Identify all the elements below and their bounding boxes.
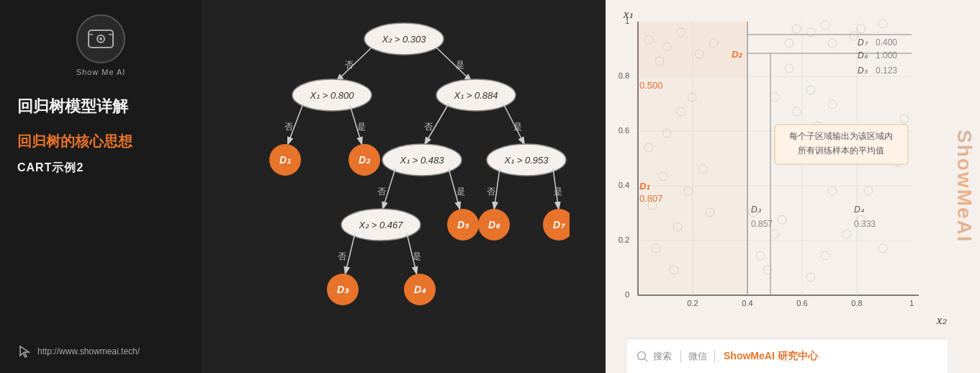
svg-text:每个子区域输出为该区域内: 每个子区域输出为该区域内 <box>789 131 893 141</box>
svg-point-125 <box>857 24 866 33</box>
svg-point-115 <box>785 64 794 73</box>
svg-text:0.333: 0.333 <box>854 219 876 229</box>
svg-line-8 <box>336 48 372 82</box>
svg-text:0.2: 0.2 <box>687 299 698 307</box>
svg-text:D₅: D₅ <box>457 219 469 230</box>
svg-text:是: 是 <box>554 186 562 197</box>
svg-point-113 <box>770 93 779 102</box>
svg-text:1: 1 <box>909 299 914 307</box>
svg-point-109 <box>806 273 815 282</box>
watermark: ShowMeAI <box>948 0 980 373</box>
svg-text:0.123: 0.123 <box>876 66 897 76</box>
search-text: 搜索 <box>653 350 672 363</box>
svg-line-48 <box>345 233 355 275</box>
svg-text:X₁ > 0.483: X₁ > 0.483 <box>399 155 444 166</box>
svg-text:X₁ > 0.800: X₁ > 0.800 <box>309 90 354 101</box>
svg-text:所有训练样本的平均值: 所有训练样本的平均值 <box>798 145 884 156</box>
svg-text:否: 否 <box>487 186 495 197</box>
svg-text:D₅: D₅ <box>858 66 868 76</box>
svg-point-117 <box>828 100 837 109</box>
brand-section: ShowMeAI 研究中心 <box>715 350 827 363</box>
svg-rect-83 <box>638 76 747 295</box>
svg-text:是: 是 <box>456 60 464 70</box>
svg-text:D₁: D₁ <box>639 181 650 192</box>
svg-point-121 <box>828 39 837 48</box>
svg-point-111 <box>828 186 837 195</box>
svg-text:0.857: 0.857 <box>751 219 773 229</box>
logo-icon <box>87 29 114 49</box>
svg-point-102 <box>756 251 765 260</box>
svg-text:D₂: D₂ <box>732 49 743 60</box>
svg-point-112 <box>878 244 887 253</box>
svg-point-108 <box>842 230 851 238</box>
svg-text:D₆: D₆ <box>858 50 868 60</box>
search-section: 搜索 <box>627 350 681 363</box>
svg-text:0.6: 0.6 <box>619 126 629 135</box>
svg-text:否: 否 <box>377 186 386 197</box>
svg-text:X₁ > 0.953: X₁ > 0.953 <box>503 155 549 166</box>
logo-circle <box>76 14 125 63</box>
chart-svg: x₁ x₂ 0 0.2 0.4 0.6 0.8 1 0.2 0.4 <box>609 4 951 342</box>
wechat-section: 微信 <box>681 350 715 363</box>
tree-panel: X₂ > 0.303 否 是 X₁ > 0.800 X₁ > 0.884 否 是… <box>202 0 606 373</box>
svg-point-103 <box>770 230 779 238</box>
svg-text:0.6: 0.6 <box>796 299 807 307</box>
svg-text:0: 0 <box>625 290 629 299</box>
wechat-text: 微信 <box>688 351 707 361</box>
svg-line-10 <box>436 48 472 82</box>
svg-text:1: 1 <box>625 17 629 25</box>
svg-text:0.2: 0.2 <box>619 235 629 244</box>
svg-point-116 <box>806 86 815 94</box>
svg-point-123 <box>792 24 801 33</box>
svg-text:D₃: D₃ <box>751 205 762 215</box>
svg-text:0.8: 0.8 <box>851 299 862 307</box>
svg-text:D₇: D₇ <box>858 37 868 48</box>
svg-text:是: 是 <box>357 122 366 132</box>
svg-text:否: 否 <box>424 122 433 132</box>
svg-point-148 <box>638 351 646 359</box>
svg-text:D₆: D₆ <box>487 219 500 230</box>
svg-point-126 <box>878 19 887 28</box>
brand-text: ShowMeAI 研究中心 <box>724 350 818 361</box>
svg-point-119 <box>785 39 794 48</box>
svg-text:是: 是 <box>413 251 421 261</box>
bottom-bar: 搜索 微信 ShowMeAI 研究中心 <box>627 338 948 373</box>
svg-point-120 <box>806 28 815 37</box>
svg-text:D₂: D₂ <box>358 154 370 166</box>
svg-point-2 <box>99 37 102 40</box>
cursor-icon <box>17 344 32 359</box>
svg-point-130 <box>900 114 909 123</box>
svg-text:0.807: 0.807 <box>639 193 663 204</box>
svg-point-107 <box>821 251 830 260</box>
svg-text:X₂ > 0.467: X₂ > 0.467 <box>358 220 403 230</box>
svg-text:是: 是 <box>457 186 465 197</box>
svg-text:0.8: 0.8 <box>619 71 629 80</box>
section-title: 回归树的核心思想 <box>17 132 184 150</box>
svg-point-124 <box>821 21 830 30</box>
svg-text:X₁ > 0.884: X₁ > 0.884 <box>453 90 498 101</box>
chart-panel: x₁ x₂ 0 0.2 0.4 0.6 0.8 1 0.2 0.4 <box>606 0 980 373</box>
svg-text:是: 是 <box>513 122 522 132</box>
website-row: http://www.showmeai.tech/ <box>17 337 184 359</box>
svg-text:x₂: x₂ <box>936 314 947 326</box>
svg-point-106 <box>778 215 786 224</box>
cart-label: CART示例2 <box>17 161 184 176</box>
svg-text:1.000: 1.000 <box>876 50 897 60</box>
svg-text:D₃: D₃ <box>336 284 349 295</box>
svg-text:0.500: 0.500 <box>639 80 663 91</box>
svg-text:D₁: D₁ <box>279 154 290 166</box>
svg-line-149 <box>644 359 647 361</box>
svg-point-129 <box>864 186 873 195</box>
logo-text: Show Me AI <box>76 68 126 76</box>
svg-text:0.4: 0.4 <box>742 299 752 307</box>
tree-diagram: X₂ > 0.303 否 是 X₁ > 0.800 X₁ > 0.884 否 是… <box>238 10 570 363</box>
logo-area: Show Me AI <box>17 14 184 76</box>
svg-text:否: 否 <box>345 60 354 70</box>
left-panel: Show Me AI 回归树模型详解 回归树的核心思想 CART示例2 http… <box>0 0 202 373</box>
svg-text:D₄: D₄ <box>854 205 864 215</box>
svg-point-114 <box>792 107 801 116</box>
svg-text:0.400: 0.400 <box>876 37 897 48</box>
website-url[interactable]: http://www.showmeai.tech/ <box>37 346 140 356</box>
main-title: 回归树模型详解 <box>17 96 184 117</box>
search-icon <box>636 350 649 363</box>
